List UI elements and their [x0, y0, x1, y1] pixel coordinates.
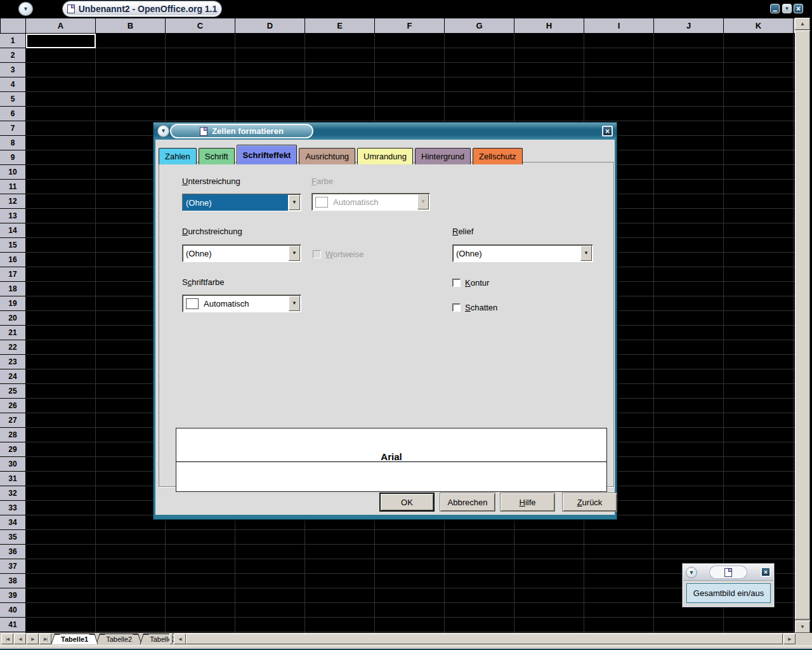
- select-all-corner[interactable]: [0, 18, 26, 34]
- row-header-24[interactable]: 24: [0, 369, 25, 384]
- floater-menu-button[interactable]: ▼: [686, 567, 697, 578]
- sheet-tab-tabelle2[interactable]: Tabelle2: [100, 633, 138, 644]
- tab-umrandung[interactable]: Umrandung: [357, 148, 413, 164]
- row-header-15[interactable]: 15: [0, 238, 25, 253]
- relief-dropdown[interactable]: (Ohne) ▼: [452, 244, 593, 262]
- row-header-21[interactable]: 21: [0, 326, 25, 340]
- row-header-16[interactable]: 16: [0, 253, 25, 267]
- tab-hintergrund[interactable]: Hintergrund: [415, 148, 471, 164]
- tab-zellschutz[interactable]: Zellschutz: [473, 148, 523, 164]
- row-header-2[interactable]: 2: [0, 48, 25, 63]
- row-header-12[interactable]: 12: [0, 194, 25, 209]
- row-header-5[interactable]: 5: [0, 92, 25, 107]
- row-header-7[interactable]: 7: [0, 121, 25, 136]
- relief-dropdown-button[interactable]: ▼: [580, 246, 592, 261]
- column-header-i[interactable]: I: [584, 18, 654, 33]
- underline-dropdown[interactable]: (Ohne) ▼: [182, 194, 301, 211]
- column-header-h[interactable]: H: [514, 18, 584, 33]
- dialog-titlebar[interactable]: ▼ Zellen formatieren ×: [154, 123, 617, 140]
- last-sheet-button[interactable]: ▶|: [39, 633, 51, 644]
- vertical-scrollbar[interactable]: ▲ ▼: [795, 18, 810, 633]
- row-header-9[interactable]: 9: [0, 150, 25, 165]
- fullscreen-toggle-button[interactable]: Gesamtbild ein/aus: [686, 583, 771, 603]
- row-header-30[interactable]: 30: [0, 457, 25, 472]
- horizontal-scroll-thumb[interactable]: [186, 633, 783, 644]
- row-header-28[interactable]: 28: [0, 428, 25, 442]
- tab-zahlen[interactable]: Zahlen: [159, 148, 197, 164]
- floater-close-button[interactable]: ×: [761, 567, 771, 577]
- scroll-left-button[interactable]: ◀: [174, 633, 186, 644]
- font-color-dropdown[interactable]: Automatisch ▼: [182, 295, 301, 312]
- row-header-41[interactable]: 41: [0, 618, 25, 632]
- row-header-33[interactable]: 33: [0, 501, 25, 515]
- first-sheet-button[interactable]: |◀: [1, 633, 13, 644]
- selected-cell[interactable]: [26, 34, 96, 48]
- floater-titlebar[interactable]: ▼ ×: [683, 564, 773, 581]
- underline-dropdown-button[interactable]: ▼: [289, 195, 300, 210]
- column-header-f[interactable]: F: [375, 18, 445, 33]
- help-button[interactable]: Hilfe: [500, 493, 555, 512]
- row-header-3[interactable]: 3: [0, 63, 25, 77]
- row-header-11[interactable]: 11: [0, 180, 25, 194]
- row-header-35[interactable]: 35: [0, 530, 25, 545]
- row-header-36[interactable]: 36: [0, 545, 25, 559]
- window-title-capsule[interactable]: Unbenannt2 - OpenOffice.org 1.1: [63, 1, 221, 17]
- close-button[interactable]: ×: [794, 4, 803, 13]
- back-button[interactable]: Zurück: [562, 493, 617, 512]
- column-header-j[interactable]: J: [654, 18, 724, 33]
- row-header-19[interactable]: 19: [0, 296, 25, 311]
- row-header-13[interactable]: 13: [0, 209, 25, 223]
- dialog-close-button[interactable]: ×: [602, 126, 613, 136]
- tab-schrift[interactable]: Schrift: [199, 148, 235, 164]
- row-header-27[interactable]: 27: [0, 413, 25, 428]
- window-menu-button[interactable]: ▼: [18, 2, 33, 16]
- row-header-4[interactable]: 4: [0, 77, 25, 92]
- column-header-g[interactable]: G: [445, 18, 514, 33]
- shade-button[interactable]: ▼: [782, 4, 792, 13]
- strikethrough-dropdown-button[interactable]: ▼: [289, 246, 300, 261]
- horizontal-splitter[interactable]: [169, 633, 173, 644]
- row-header-32[interactable]: 32: [0, 486, 25, 501]
- row-header-1[interactable]: 1: [0, 34, 25, 48]
- previous-sheet-button[interactable]: ◀: [14, 633, 26, 644]
- scroll-down-button[interactable]: ▼: [795, 621, 810, 633]
- font-color-dropdown-button[interactable]: ▼: [289, 296, 300, 311]
- scroll-right-button[interactable]: ▶: [783, 633, 796, 644]
- dialog-menu-button[interactable]: ▼: [157, 125, 169, 137]
- row-header-22[interactable]: 22: [0, 340, 25, 355]
- strikethrough-dropdown[interactable]: (Ohne) ▼: [182, 244, 301, 262]
- column-header-e[interactable]: E: [305, 18, 375, 33]
- row-header-17[interactable]: 17: [0, 267, 25, 282]
- row-header-6[interactable]: 6: [0, 107, 25, 121]
- row-header-10[interactable]: 10: [0, 165, 25, 180]
- next-sheet-button[interactable]: ▶: [27, 633, 39, 644]
- cancel-button[interactable]: Abbrechen: [440, 493, 495, 512]
- row-header-26[interactable]: 26: [0, 399, 25, 413]
- row-header-20[interactable]: 20: [0, 311, 25, 326]
- row-header-18[interactable]: 18: [0, 282, 25, 296]
- row-header-8[interactable]: 8: [0, 136, 25, 150]
- shadow-checkbox[interactable]: Schatten: [452, 303, 497, 312]
- column-header-b[interactable]: B: [96, 18, 166, 33]
- row-header-37[interactable]: 37: [0, 559, 25, 574]
- row-header-34[interactable]: 34: [0, 515, 25, 530]
- tab-schrifteffekt[interactable]: Schrifteffekt: [237, 145, 298, 164]
- row-header-25[interactable]: 25: [0, 384, 25, 399]
- row-header-14[interactable]: 14: [0, 223, 25, 238]
- row-header-23[interactable]: 23: [0, 355, 25, 369]
- row-header-31[interactable]: 31: [0, 472, 25, 486]
- tab-ausrichtung[interactable]: Ausrichtung: [299, 148, 355, 164]
- sheet-tab-tabelle1[interactable]: Tabelle1: [55, 633, 95, 644]
- column-header-a[interactable]: A: [26, 18, 96, 33]
- row-header-39[interactable]: 39: [0, 588, 25, 603]
- scroll-up-button[interactable]: ▲: [795, 18, 810, 30]
- outline-checkbox[interactable]: Kontur: [452, 278, 489, 288]
- row-header-38[interactable]: 38: [0, 574, 25, 588]
- minimize-button[interactable]: ▁: [770, 4, 780, 13]
- column-header-k[interactable]: K: [724, 18, 794, 33]
- ok-button[interactable]: OK: [379, 493, 435, 512]
- row-header-29[interactable]: 29: [0, 442, 25, 457]
- vertical-scroll-thumb[interactable]: [795, 30, 810, 620]
- column-header-d[interactable]: D: [235, 18, 305, 33]
- column-header-c[interactable]: C: [166, 18, 235, 33]
